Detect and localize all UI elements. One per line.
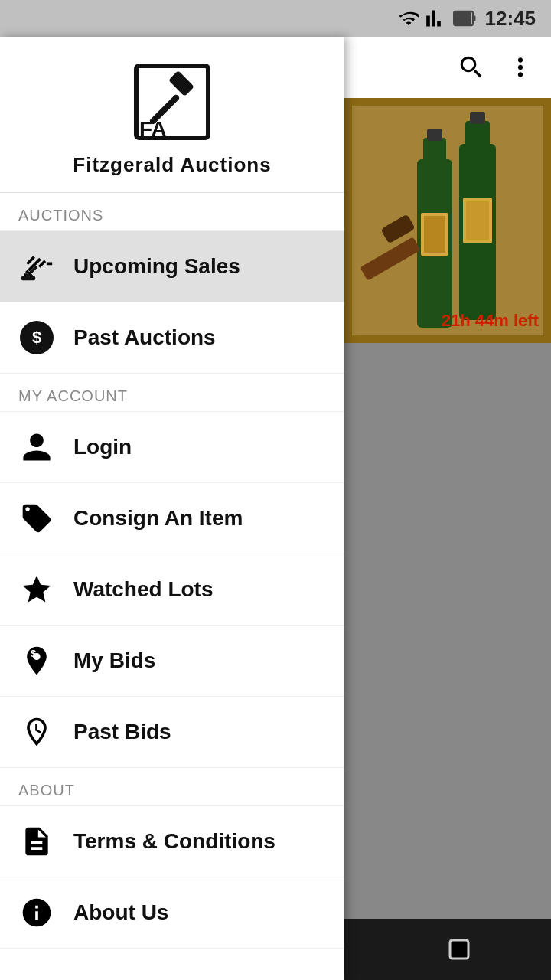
status-icons: 12:45: [398, 7, 536, 31]
svg-rect-7: [21, 276, 35, 281]
time-remaining: 21h 44m left: [442, 311, 539, 331]
gavel-icon: [18, 248, 55, 285]
sidebar-item-terms[interactable]: Terms & Conditions: [0, 806, 344, 877]
clock-pin-icon: [18, 714, 55, 750]
app-logo: FA: [130, 60, 214, 144]
my-bids-label: My Bids: [73, 648, 155, 673]
sidebar-item-login[interactable]: Login: [0, 412, 344, 483]
auction-image: 21h 44m left: [344, 98, 551, 343]
recent-apps-button[interactable]: [429, 926, 490, 972]
content-area: [344, 343, 551, 980]
svg-rect-26: [450, 940, 468, 959]
section-my-account: MY ACCOUNT: [0, 374, 344, 412]
app-name: Fitzgerald Auctions: [73, 153, 271, 177]
past-auctions-icon: $: [18, 319, 55, 356]
terms-label: Terms & Conditions: [73, 829, 276, 854]
top-bar: [344, 37, 551, 98]
svg-rect-20: [427, 129, 442, 141]
wifi-icon: [398, 8, 419, 29]
svg-rect-15: [470, 112, 485, 124]
info-icon: [18, 894, 55, 931]
past-auctions-label: Past Auctions: [73, 325, 216, 350]
star-icon: [18, 571, 55, 608]
sidebar-item-my-bids[interactable]: $ My Bids: [0, 626, 344, 697]
past-bids-label: Past Bids: [73, 720, 171, 744]
sidebar-item-consign[interactable]: Consign An Item: [0, 483, 344, 554]
about-us-label: About Us: [73, 900, 168, 925]
main-layout: FA Fitzgerald Auctions AUCTIONS Upcoming…: [0, 37, 551, 980]
svg-rect-14: [465, 121, 490, 149]
sidebar-item-about-us[interactable]: About Us: [0, 877, 344, 949]
navigation-drawer: FA Fitzgerald Auctions AUCTIONS Upcoming…: [0, 37, 344, 980]
consign-label: Consign An Item: [73, 506, 243, 531]
watched-lots-label: Watched Lots: [73, 577, 214, 602]
logo-section: FA Fitzgerald Auctions: [0, 37, 344, 193]
battery-icon: [453, 8, 479, 29]
svg-rect-22: [424, 216, 445, 253]
dollar-circle-icon: $: [20, 321, 54, 354]
sidebar-item-past-auctions[interactable]: $ Past Auctions: [0, 302, 344, 374]
bid-icon: $: [18, 642, 55, 679]
wine-bottles-illustration: [344, 98, 551, 343]
svg-rect-17: [466, 201, 489, 240]
status-time: 12:45: [485, 7, 536, 31]
tag-icon: [18, 500, 55, 537]
main-content: 21h 44m left: [344, 37, 551, 980]
svg-rect-5: [168, 70, 194, 96]
sidebar-item-upcoming-sales[interactable]: Upcoming Sales: [0, 231, 344, 302]
section-about: ABOUT: [0, 768, 344, 806]
upcoming-sales-label: Upcoming Sales: [73, 254, 240, 279]
search-button[interactable]: [453, 49, 490, 86]
document-icon: [18, 823, 55, 860]
svg-rect-2: [455, 12, 471, 24]
more-options-button[interactable]: [502, 49, 539, 86]
person-icon: [18, 429, 55, 466]
signal-icon: [425, 8, 447, 29]
status-bar: 12:45: [0, 0, 551, 37]
svg-text:FA: FA: [139, 117, 167, 141]
sidebar-item-past-bids[interactable]: Past Bids: [0, 697, 344, 768]
sidebar-item-watched-lots[interactable]: Watched Lots: [0, 554, 344, 626]
login-label: Login: [73, 435, 132, 459]
section-auctions: AUCTIONS: [0, 193, 344, 231]
svg-rect-19: [423, 138, 446, 162]
svg-rect-1: [473, 16, 475, 21]
